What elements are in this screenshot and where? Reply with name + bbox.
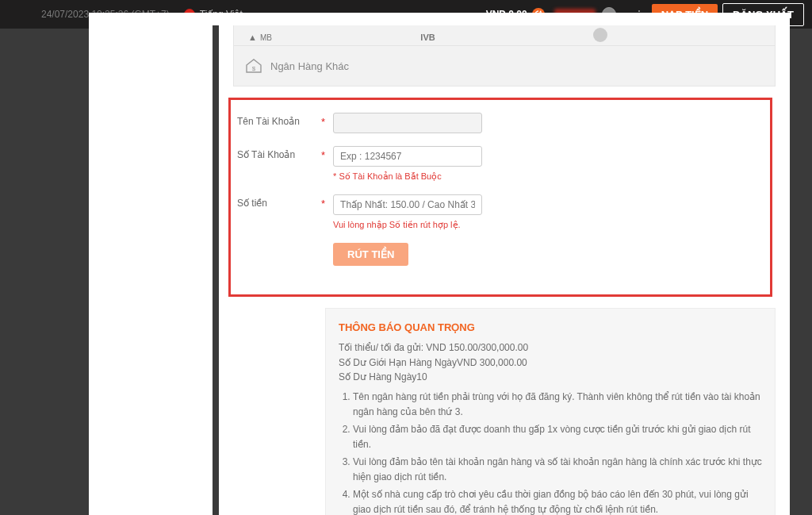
account-name-input [333,113,482,133]
amount-error: Vui lòng nhập Số tiền rút hợp lệ. [333,220,482,230]
required-asterisk: * [321,198,325,209]
notice-line3: Số Dư Hàng Ngày10 [339,370,762,385]
notice-item: Một số nhà cung cấp trò chơi yêu cầu thờ… [353,487,762,515]
bank-other-label: Ngân Hàng Khác [270,60,349,72]
svg-text:$: $ [252,65,256,72]
main-content: ▲MB IVB $ Ngân Hàng Khác Tên Tài Khoản *… [219,25,790,515]
account-number-input[interactable] [333,146,482,167]
important-notice-panel: THÔNG BÁO QUAN TRỌNG Tối thiểu/ tối đa g… [325,308,776,515]
bank-option-mb[interactable]: ▲MB [248,28,420,42]
amount-label: Số tiền [237,194,320,209]
required-asterisk: * [321,149,325,161]
house-dollar-icon: $ [243,57,264,75]
required-asterisk: * [321,116,325,128]
account-number-label: Số Tài Khoản [237,146,320,160]
notice-item: Vui lòng đảm bảo đã đạt được doanh thu g… [353,422,762,452]
notice-title: THÔNG BÁO QUAN TRỌNG [339,320,762,336]
notice-list: Tên ngân hàng rút tiền phải trùng với họ… [353,390,762,515]
page-frame: ▲MB IVB $ Ngân Hàng Khác Tên Tài Khoản *… [89,13,790,515]
left-sidebar [89,25,213,515]
bank-option-ivb[interactable]: IVB [420,28,592,42]
amount-input[interactable] [333,194,482,215]
notice-line1: Tối thiểu/ tối đa gửi: VND 150.00/300,00… [339,340,762,356]
account-name-label: Tên Tài Khoản [237,113,320,127]
bank-option-generic[interactable] [593,28,765,42]
bank-row-partial: ▲MB IVB [233,25,776,46]
account-number-error: * Số Tài Khoản là Bắt Buộc [333,171,482,182]
notice-item: Vui lòng đảm bảo tên tài khoản ngân hàng… [353,455,762,484]
bank-other-row[interactable]: $ Ngân Hàng Khác [233,46,776,86]
notice-item: Tên ngân hàng rút tiền phải trùng với họ… [353,390,762,419]
notice-line2: Số Dư Giới Hạn Hàng NgàyVND 300,000.00 [339,356,762,371]
withdraw-submit-button[interactable]: RÚT TIỀN [333,243,408,266]
withdraw-form-highlight: Tên Tài Khoản * Số Tài Khoản * * Số Tài … [228,98,772,297]
